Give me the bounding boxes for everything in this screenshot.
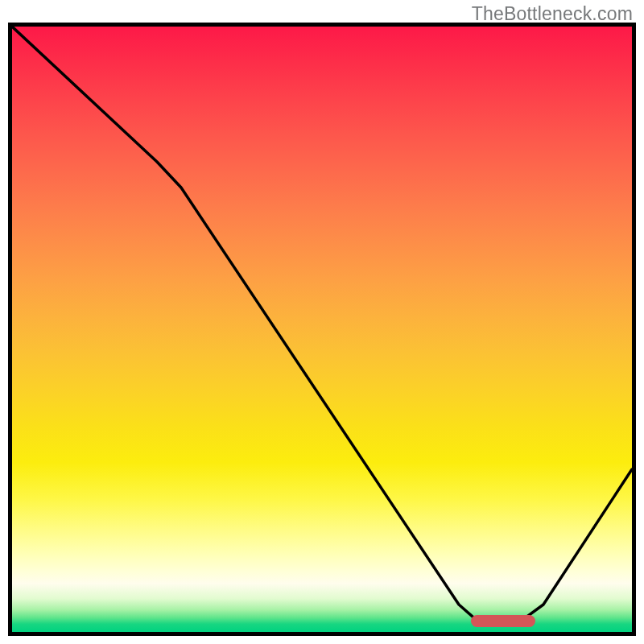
- chart-container: TheBottleneck.com: [0, 0, 644, 644]
- optimal-marker: [471, 615, 535, 627]
- curve-line: [12, 27, 632, 632]
- watermark-text: TheBottleneck.com: [472, 3, 633, 25]
- chart-frame: [8, 23, 636, 636]
